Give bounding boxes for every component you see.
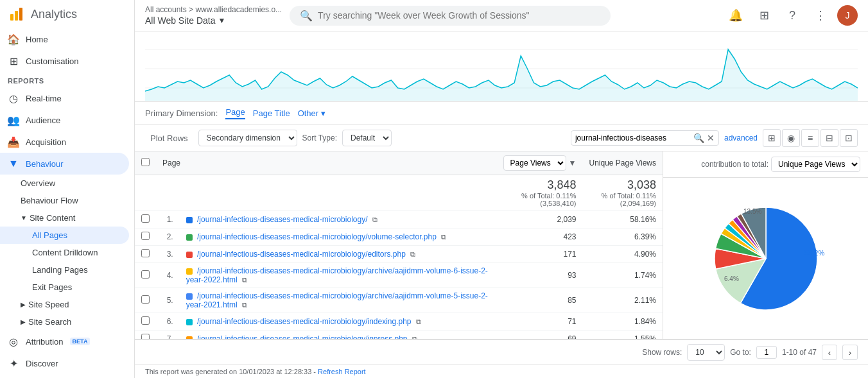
sidebar-item-all-pages[interactable]: All Pages xyxy=(0,227,129,244)
month-label: October 2022 xyxy=(664,101,703,102)
page-link-6[interactable]: /journal-infectious-diseases-medical-mic… xyxy=(197,317,412,326)
sidebar-item-site-speed[interactable]: ▶ Site Speed xyxy=(0,296,129,313)
filter-search-icon[interactable]: 🔍 xyxy=(693,133,704,143)
row-checkbox-2[interactable] xyxy=(141,232,150,240)
total-unique: 3,038 xyxy=(589,178,656,192)
data-table-left: Page Page Views ▼ Unique Page V xyxy=(135,151,663,339)
month-label: December 2022 xyxy=(810,101,855,102)
notifications-button[interactable]: 🔔 xyxy=(724,4,747,27)
search-input[interactable] xyxy=(318,10,600,21)
page-link-7[interactable]: /journal-infectious-diseases-medical-mic… xyxy=(197,334,407,339)
sidebar-item-content-drilldown[interactable]: Content Drilldown xyxy=(0,244,129,261)
next-page-button[interactable]: › xyxy=(842,345,858,360)
sidebar-item-site-search[interactable]: ▶ Site Search xyxy=(0,313,129,331)
month-label: February 2022 xyxy=(148,101,189,102)
pie-metric-select[interactable]: Unique Page Views xyxy=(771,157,860,172)
sidebar-item-home[interactable]: 🏠 Home xyxy=(0,28,129,50)
svg-text:6.4%: 6.4% xyxy=(724,275,739,282)
refresh-report-link[interactable]: Refresh Report xyxy=(318,368,366,375)
prev-page-button[interactable]: ‹ xyxy=(822,345,837,360)
pivot-view-button[interactable]: ⊡ xyxy=(840,129,858,147)
sidebar-item-behaviour[interactable]: ▼ Behaviour xyxy=(0,153,129,175)
sidebar-item-realtime[interactable]: ◷ Real-time xyxy=(0,87,129,109)
more-button[interactable]: ⋮ xyxy=(809,4,832,27)
sidebar-label-all-pages: All Pages xyxy=(32,230,67,240)
page-link-5[interactable]: /journal-infectious-diseases-medical-mic… xyxy=(186,291,488,309)
sidebar-item-audience[interactable]: 👥 Audience xyxy=(0,109,129,131)
sidebar-label-customisation: Customisation xyxy=(26,56,78,66)
property-selector[interactable]: All Web Site Data ▼ xyxy=(145,15,282,26)
row-views: 2,039 xyxy=(497,211,583,228)
row-views: 85 xyxy=(497,288,583,313)
row-page: /journal-infectious-diseases-medical-mic… xyxy=(180,246,497,263)
sidebar-item-discover[interactable]: ✦ Discover xyxy=(0,352,129,374)
search-bar[interactable]: 🔍 xyxy=(290,6,611,26)
row-checkbox-3[interactable] xyxy=(141,249,150,257)
sidebar-item-overview[interactable]: Overview xyxy=(0,175,129,192)
row-num: 3. xyxy=(156,246,180,263)
sidebar-item-acquisition[interactable]: 📥 Acquisition xyxy=(0,131,129,153)
month-label: November 2022 xyxy=(733,101,779,102)
external-link-icon[interactable]: ⧉ xyxy=(242,301,247,309)
sidebar-item-attribution[interactable]: ◎ Attribution BETA xyxy=(0,331,129,352)
external-link-icon[interactable]: ⧉ xyxy=(416,318,421,325)
pie-view-button[interactable]: ◉ xyxy=(782,129,800,147)
sidebar-nav: 🏠 Home ⊞ Customisation REPORTS ◷ Real-ti… xyxy=(0,28,134,378)
search-icon: 🔍 xyxy=(300,10,313,22)
external-link-icon[interactable]: ⧉ xyxy=(372,216,378,223)
analytics-logo-icon xyxy=(8,5,26,23)
row-num: 4. xyxy=(156,263,180,288)
secondary-dimension-select[interactable]: Secondary dimension xyxy=(198,130,297,146)
dim-page-title-link[interactable]: Page Title xyxy=(253,108,290,118)
attribution-icon: ◎ xyxy=(8,336,19,347)
external-link-icon[interactable]: ⧉ xyxy=(410,250,415,258)
filter-input[interactable] xyxy=(575,133,691,142)
total-views-pct: % of Total: 0.11% (3,538,410) xyxy=(503,192,577,207)
goto-input[interactable] xyxy=(756,346,777,359)
table-body: 1. /journal-infectious-diseases-medical-… xyxy=(135,211,663,339)
row-unique-pct: 1.55% xyxy=(582,331,663,339)
row-page: /journal-infectious-diseases-medical-mic… xyxy=(180,211,497,228)
sidebar-item-site-content[interactable]: ▼ Site Content xyxy=(0,209,129,227)
page-col-header: Page xyxy=(156,151,497,175)
primary-dim-label: Primary Dimension: xyxy=(145,108,218,118)
row-num: 7. xyxy=(156,331,180,339)
bar-view-button[interactable]: ≡ xyxy=(801,129,819,147)
sidebar-label-discover: Discover xyxy=(26,359,58,368)
dim-other-link[interactable]: Other ▾ xyxy=(298,108,326,118)
dim-page-link[interactable]: Page xyxy=(225,107,245,119)
page-link-2[interactable]: /journal-infectious-diseases-medical-mic… xyxy=(197,232,437,241)
row-checkbox-5[interactable] xyxy=(141,295,150,304)
sidebar-label-site-speed: Site Speed xyxy=(28,300,69,309)
select-all-checkbox[interactable] xyxy=(141,158,150,166)
row-num: 5. xyxy=(156,288,180,313)
sort-arrow-icon[interactable]: ▼ xyxy=(569,159,577,168)
page-link-1[interactable]: /journal-infectious-diseases-medical-mic… xyxy=(197,215,367,224)
help-button[interactable]: ? xyxy=(781,4,804,27)
page-link-3[interactable]: /journal-infectious-diseases-medical-mic… xyxy=(197,250,406,259)
sidebar-item-customisation[interactable]: ⊞ Customisation xyxy=(0,50,129,72)
sidebar-item-exit-pages[interactable]: Exit Pages xyxy=(0,279,129,296)
external-link-icon[interactable]: ⧉ xyxy=(441,233,446,241)
apps-button[interactable]: ⊞ xyxy=(752,4,776,27)
sidebar-item-behaviour-flow[interactable]: Behaviour Flow xyxy=(0,192,129,209)
sidebar-item-admin[interactable]: ⚙ Admin xyxy=(0,374,129,378)
row-checkbox-4[interactable] xyxy=(141,270,150,279)
sidebar-item-landing-pages[interactable]: Landing Pages xyxy=(0,261,129,279)
svg-rect-2 xyxy=(19,8,22,21)
table-view-button[interactable]: ⊞ xyxy=(763,129,781,147)
compare-view-button[interactable]: ⊟ xyxy=(820,129,838,147)
show-rows-select[interactable]: 102550100 xyxy=(687,344,725,361)
sort-type-select[interactable]: Default xyxy=(342,130,392,146)
row-checkbox-7[interactable] xyxy=(141,334,150,339)
external-link-icon[interactable]: ⧉ xyxy=(242,276,247,284)
row-checkbox-1[interactable] xyxy=(141,214,150,223)
svg-text:58.2%: 58.2% xyxy=(804,249,824,257)
row-checkbox-6[interactable] xyxy=(141,316,150,325)
filter-clear-icon[interactable]: ✕ xyxy=(707,133,715,143)
page-link-4[interactable]: /journal-infectious-diseases-medical-mic… xyxy=(186,266,488,284)
topbar-icons: 🔔 ⊞ ? ⋮ J xyxy=(724,4,858,27)
avatar[interactable]: J xyxy=(837,5,858,26)
advanced-link[interactable]: advanced xyxy=(724,133,758,142)
metric-select[interactable]: Page Views xyxy=(503,155,566,171)
